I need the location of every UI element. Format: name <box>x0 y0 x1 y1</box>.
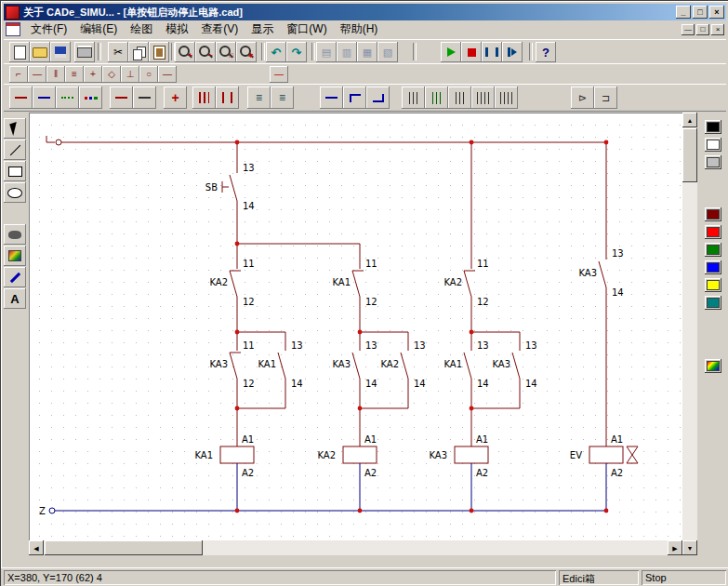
link-d-button[interactable]: ▧ <box>377 42 398 62</box>
minimize-button[interactable]: _ <box>676 6 691 19</box>
sim-step-button[interactable] <box>502 42 523 62</box>
close-button[interactable]: × <box>709 6 724 19</box>
small-tool-7-button[interactable]: ⊥ <box>121 66 139 83</box>
busbar-button[interactable]: ≡ <box>247 87 271 109</box>
wire-dashed-green-button[interactable] <box>56 87 79 109</box>
save-button[interactable] <box>50 42 71 62</box>
menu-draw[interactable]: 绘图 <box>124 20 159 39</box>
wire-red-button[interactable] <box>9 87 33 109</box>
rectangle-tool-icon <box>8 166 22 177</box>
small-tool-5-button[interactable]: + <box>84 66 102 83</box>
link-b-button[interactable]: ▥ <box>337 42 357 62</box>
color-swatch-yellow[interactable] <box>705 278 721 292</box>
pole-four-button[interactable] <box>471 87 495 109</box>
paste-button[interactable] <box>149 42 169 62</box>
color-swatch-maroon[interactable] <box>705 207 721 221</box>
sim-play-button[interactable] <box>441 42 461 62</box>
contact-ka1-no-2 <box>464 353 471 379</box>
zoom-in-button[interactable]: + <box>175 42 195 62</box>
help-button[interactable]: ? <box>536 42 556 62</box>
diode-button[interactable]: ⊳ <box>571 87 594 109</box>
color-swatch-black[interactable] <box>705 120 721 134</box>
line-tool-button[interactable] <box>4 140 26 160</box>
color-swatch-red[interactable] <box>705 225 721 239</box>
pole-one-button[interactable] <box>402 87 425 109</box>
contact-nc-button[interactable] <box>366 87 390 109</box>
contacts-three-button[interactable] <box>192 87 216 109</box>
open-button[interactable] <box>30 42 50 62</box>
sim-pause-button[interactable] <box>482 42 502 62</box>
line-red-button[interactable] <box>110 87 133 109</box>
line-black-button[interactable] <box>133 87 156 109</box>
color-swatch-white[interactable] <box>705 138 721 152</box>
busbar-alt-button[interactable]: ≡ <box>271 87 294 109</box>
maximize-button[interactable]: □ <box>693 6 708 19</box>
vertical-scrollbar[interactable]: ▲ ▼ <box>682 113 697 555</box>
color-swatch-green[interactable] <box>705 243 721 257</box>
small-tool-2-button[interactable]: — <box>28 66 46 83</box>
terminal-label: 13 <box>477 340 489 351</box>
fill-color-tool-button[interactable] <box>4 246 26 266</box>
wire-blue-button[interactable] <box>33 87 56 109</box>
link-c-button[interactable]: ▦ <box>357 42 377 62</box>
link-a-button[interactable]: ▤ <box>316 42 337 62</box>
color-swatch-teal[interactable] <box>705 296 721 310</box>
color-swatch-multicolor[interactable] <box>705 359 721 373</box>
contacts-two-button[interactable] <box>216 87 239 109</box>
copy-button[interactable] <box>128 42 149 62</box>
small-tool-8-button[interactable]: ○ <box>139 66 158 83</box>
redo-button[interactable]: ↷ <box>286 42 307 62</box>
cut-button[interactable]: ✂ <box>108 42 128 62</box>
scroll-left-button[interactable]: ◀ <box>29 540 44 555</box>
ellipse-tool-button[interactable] <box>4 182 26 203</box>
red-line-button[interactable]: — <box>270 66 288 83</box>
pen-tool-button[interactable] <box>4 267 26 287</box>
menu-simulate[interactable]: 模拟 <box>159 20 194 39</box>
child-close-button[interactable]: × <box>711 24 724 35</box>
sim-stop-button[interactable] <box>461 42 482 62</box>
vertical-scroll-thumb[interactable] <box>682 128 697 182</box>
pole-five-button[interactable] <box>495 87 518 109</box>
menu-window[interactable]: 窗口(W) <box>280 20 333 39</box>
rectangle-tool-button[interactable] <box>4 161 26 181</box>
link-c-icon: ▦ <box>363 47 372 58</box>
small-tool-9-button[interactable]: — <box>158 66 177 83</box>
diode-icon: ⊳ <box>578 93 587 103</box>
pole-two-button[interactable] <box>425 87 448 109</box>
junction-cross-button[interactable]: + <box>164 87 187 109</box>
menu-view[interactable]: 查看(V) <box>194 20 245 39</box>
menu-display[interactable]: 显示 <box>245 20 280 39</box>
horizontal-scroll-thumb[interactable] <box>45 540 203 555</box>
scroll-right-button[interactable]: ▶ <box>668 540 682 555</box>
zoom-window-button[interactable]: □ <box>216 42 236 62</box>
select-tool-button[interactable] <box>4 118 26 139</box>
circuit-diagram: Z SB 13 14 KA2 11 12 KA3 11 12 KA1 13 14… <box>30 113 683 541</box>
zoom-all-button[interactable]: ∗ <box>236 42 257 62</box>
scroll-down-button[interactable]: ▼ <box>682 540 697 555</box>
zoom-out-button[interactable]: − <box>195 42 216 62</box>
menu-help[interactable]: 帮助(H) <box>334 20 385 39</box>
menu-file[interactable]: 文件(F) <box>24 20 73 39</box>
small-tool-3-button[interactable]: ‖ <box>46 66 65 83</box>
undo-button[interactable]: ↶ <box>266 42 286 62</box>
box-component-button[interactable]: ⊐ <box>594 87 617 109</box>
pole-three-button[interactable] <box>448 87 471 109</box>
color-swatch-blue[interactable] <box>705 260 721 274</box>
drawing-canvas[interactable]: Z SB 13 14 KA2 11 12 KA3 11 12 KA1 13 14… <box>29 113 683 541</box>
wire-multicolor-button[interactable] <box>79 87 102 109</box>
scroll-up-button[interactable]: ▲ <box>682 113 697 127</box>
new-button[interactable] <box>9 42 30 62</box>
contact-no-button[interactable] <box>343 87 366 109</box>
small-tool-4-button[interactable]: ≡ <box>65 66 84 83</box>
print-button[interactable] <box>74 42 95 62</box>
small-tool-6-button[interactable]: ◇ <box>102 66 121 83</box>
child-minimize-button[interactable]: — <box>682 24 695 35</box>
horizontal-scrollbar[interactable]: ◀ ▶ <box>29 540 682 555</box>
wire-control-button[interactable] <box>320 87 343 109</box>
menu-edit[interactable]: 编辑(E) <box>73 20 124 39</box>
child-restore-button[interactable]: □ <box>696 24 709 35</box>
color-swatch-silver[interactable] <box>705 155 721 169</box>
filled-shape-tool-button[interactable] <box>4 224 26 245</box>
small-tool-1-button[interactable]: ⌐ <box>9 66 28 83</box>
text-tool-button[interactable]: A <box>4 288 26 309</box>
